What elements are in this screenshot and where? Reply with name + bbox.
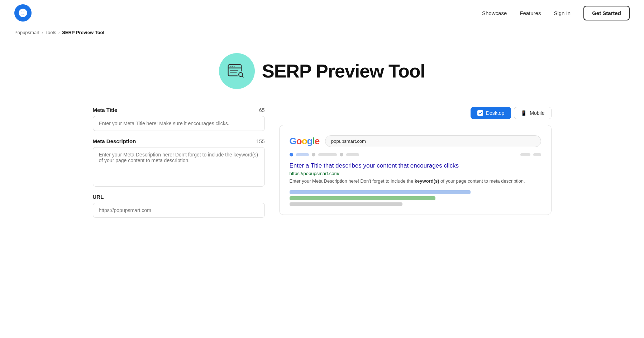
- fake-nav-bars: [290, 153, 541, 156]
- bar-circle-blue: [290, 153, 293, 156]
- mobile-toggle-button[interactable]: 📱 Mobile: [514, 107, 551, 119]
- logo-circle: [14, 4, 32, 22]
- preview-google-header: Google popupsmart.com: [290, 135, 541, 147]
- desktop-label: Desktop: [486, 110, 504, 116]
- bar-circle-gray1: [312, 153, 315, 156]
- url-header: URL: [93, 194, 265, 200]
- meta-title-count: 65: [259, 107, 265, 113]
- mobile-icon: 📱: [521, 110, 527, 116]
- bar-line-right1: [520, 153, 530, 156]
- breadcrumb-sep-2: ›: [58, 30, 60, 35]
- fake-result-line-3: [290, 202, 403, 206]
- page-title: SERP Preview Tool: [262, 60, 425, 82]
- fake-result-line-2: [290, 196, 435, 200]
- form-panel: Meta Title 65 Meta Description 155 URL: [93, 107, 265, 218]
- nav-signin[interactable]: Sign In: [554, 10, 571, 16]
- serp-result-description: Enter your Meta Description here! Don't …: [290, 178, 541, 185]
- meta-title-input[interactable]: [93, 116, 265, 131]
- checkmark-icon: [478, 111, 482, 115]
- meta-title-group: Meta Title 65: [93, 107, 265, 131]
- hero-section: SERP Preview Tool: [0, 39, 644, 100]
- bar-line-right2: [533, 153, 541, 156]
- preview-card: Google popupsmart.com Enter a Title that…: [279, 125, 552, 215]
- url-input[interactable]: [93, 203, 265, 218]
- view-toggle: Desktop 📱 Mobile: [279, 107, 552, 119]
- serp-result-url: https://popupsmart.com/: [290, 171, 541, 176]
- google-logo: Google: [290, 136, 320, 147]
- meta-description-input[interactable]: [93, 147, 265, 187]
- mobile-label: Mobile: [530, 110, 544, 116]
- main-content: Meta Title 65 Meta Description 155 URL: [71, 100, 573, 232]
- hero-icon-container: [219, 53, 255, 89]
- serp-result: Enter a Title that describes your conten…: [290, 161, 541, 184]
- meta-description-count: 155: [256, 139, 264, 144]
- bar-circle-gray2: [340, 153, 343, 156]
- serp-desc-bold: keyword(s): [415, 178, 439, 184]
- nav-showcase[interactable]: Showcase: [482, 10, 507, 16]
- breadcrumb-tools[interactable]: Tools: [45, 30, 56, 35]
- meta-title-header: Meta Title 65: [93, 107, 265, 113]
- bar-line-gray2: [346, 153, 359, 156]
- meta-title-label: Meta Title: [93, 107, 118, 113]
- breadcrumb: Popupsmart › Tools › SERP Preview Tool: [0, 26, 644, 39]
- get-started-button[interactable]: Get Started: [583, 6, 630, 20]
- meta-description-label: Meta Description: [93, 138, 136, 144]
- bar-line-gray1: [318, 153, 337, 156]
- desktop-toggle-button[interactable]: Desktop: [471, 107, 511, 119]
- url-group: URL: [93, 194, 265, 218]
- bar-line-blue: [296, 153, 309, 156]
- header: Showcase Features Sign In Get Started: [0, 0, 644, 26]
- breadcrumb-home[interactable]: Popupsmart: [14, 30, 39, 35]
- logo[interactable]: [14, 4, 32, 22]
- check-icon: [477, 110, 483, 116]
- svg-point-5: [234, 66, 235, 67]
- breadcrumb-current: SERP Preview Tool: [62, 30, 104, 35]
- meta-description-group: Meta Description 155: [93, 138, 265, 187]
- svg-point-3: [230, 66, 231, 67]
- logo-icon: [18, 8, 28, 18]
- serp-tool-icon: [227, 61, 247, 81]
- meta-description-header: Meta Description 155: [93, 138, 265, 144]
- fake-result-line-1: [290, 190, 471, 194]
- serp-result-title[interactable]: Enter a Title that describes your conten…: [290, 161, 541, 170]
- url-label: URL: [93, 194, 104, 200]
- preview-panel: Desktop 📱 Mobile Google popupsmart.com: [279, 107, 552, 218]
- nav-features[interactable]: Features: [520, 10, 541, 16]
- serp-desc-part1: Enter your Meta Description here! Don't …: [290, 178, 415, 184]
- serp-desc-part2: of your page content to meta description…: [439, 178, 525, 184]
- svg-point-4: [232, 66, 233, 67]
- main-nav: Showcase Features Sign In Get Started: [482, 6, 630, 20]
- fake-results: [290, 190, 541, 206]
- google-search-box[interactable]: popupsmart.com: [325, 135, 541, 147]
- breadcrumb-sep-1: ›: [42, 30, 43, 35]
